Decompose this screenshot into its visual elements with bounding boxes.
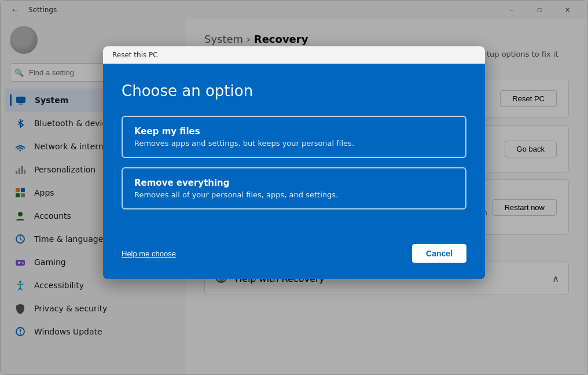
dialog-footer: Help me choose Cancel [103,235,485,279]
dialog-titlebar-label: Reset this PC [112,51,158,59]
cancel-button[interactable]: Cancel [412,244,466,263]
dialog-option-remove-title: Remove everything [134,178,454,188]
help-me-choose-link[interactable]: Help me choose [122,249,176,258]
dialog-body: Choose an option Keep my files Removes a… [103,64,485,235]
dialog-option-keep[interactable]: Keep my files Removes apps and settings,… [122,116,466,158]
dialog-option-keep-desc: Removes apps and settings, but keeps you… [134,139,454,148]
dialog-option-remove-desc: Removes all of your personal files, apps… [134,190,454,199]
dialog-option-remove[interactable]: Remove everything Removes all of your pe… [122,167,466,209]
dialog-title: Choose an option [122,82,466,100]
overlay: Reset this PC Choose an option Keep my f… [0,0,588,375]
dialog-titlebar: Reset this PC [103,46,485,64]
dialog-option-keep-title: Keep my files [134,126,454,137]
reset-dialog: Reset this PC Choose an option Keep my f… [103,46,485,279]
